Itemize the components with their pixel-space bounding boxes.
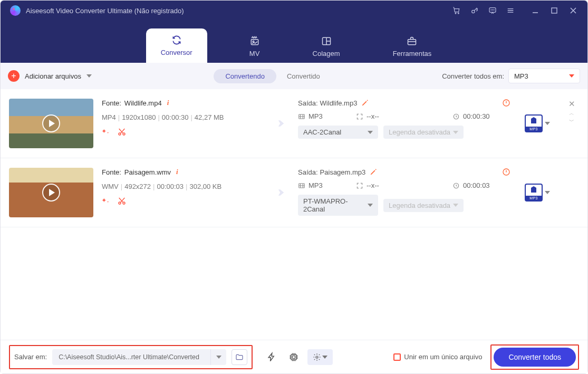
status-tab-converted[interactable]: Convertido (287, 72, 320, 80)
arrow-right-icon (272, 185, 286, 200)
tab-ferramentas-label: Ferramentas (393, 50, 432, 57)
source-meta: WMV|492x272|00:00:03|302,00 KB (102, 183, 260, 190)
cut-icon[interactable] (118, 128, 126, 136)
edit-icon[interactable] (370, 168, 377, 176)
info-icon[interactable]: i (174, 168, 178, 176)
mv-icon (249, 36, 260, 46)
file-list: Fonte: Wildlife.mp4 i MP4|1920x1080|00:0… (1, 89, 587, 340)
meta-size: 302,00 KB (189, 183, 221, 190)
collage-icon (321, 36, 332, 46)
arrow-column (268, 99, 290, 148)
cart-icon[interactable] (452, 6, 461, 15)
output-format-icon[interactable] (525, 114, 543, 132)
tab-conversor-label: Conversor (161, 49, 192, 56)
chevron-down-icon (216, 356, 221, 359)
tab-mv-label: MV (249, 50, 260, 57)
audio-track-value: AAC-2Canal (303, 128, 341, 136)
maximize-button[interactable] (551, 7, 558, 14)
file-item: Fonte: Paisagem.wmv i WMV|492x272|00:00:… (1, 158, 587, 227)
output-column: Saída:Wildlife.mp3 MP3 --x-- (298, 99, 510, 148)
move-up-button[interactable]: ︿ (569, 111, 574, 116)
film-icon (298, 113, 305, 120)
chevron-down-icon[interactable] (545, 191, 550, 194)
svg-point-1 (458, 13, 459, 14)
meta-duration: 00:00:03 (157, 183, 184, 190)
audio-track-select[interactable]: PT-WMAPRO-2Canal (298, 195, 378, 216)
bottom-tool-icons (263, 349, 333, 365)
effects-icon[interactable] (102, 128, 110, 136)
arrow-column (268, 168, 290, 217)
tab-ferramentas[interactable]: Ferramentas (382, 31, 442, 63)
out-format: MP3 (309, 112, 323, 120)
chevron-down-icon[interactable] (545, 122, 550, 125)
source-filename: Paisagem.wmv (124, 168, 171, 176)
convert-all-format-select[interactable]: MP3 (508, 69, 580, 83)
checkbox-icon (393, 353, 401, 361)
save-path-box: C:\Aiseesoft Studio\Ais...rter Ultimate\… (52, 349, 226, 365)
edit-icon[interactable] (361, 99, 369, 107)
video-thumbnail[interactable] (9, 168, 93, 217)
subtitle-select[interactable]: Legenda desativada (383, 126, 464, 139)
close-button[interactable] (570, 7, 577, 14)
effects-icon[interactable] (102, 197, 110, 205)
svg-rect-7 (552, 8, 557, 13)
feedback-icon[interactable] (488, 6, 497, 15)
add-files-label: Adicionar arquivos (25, 72, 81, 80)
convert-all-button[interactable]: Converter todos (494, 348, 576, 367)
window-controls (523, 7, 587, 14)
out-resolution: --x-- (367, 181, 379, 189)
warning-icon[interactable] (502, 168, 510, 176)
save-to-group: Salvar em: C:\Aiseesoft Studio\Ais...rte… (9, 345, 253, 369)
status-tab-converting[interactable]: Convertendo (214, 69, 276, 83)
key-icon[interactable] (470, 6, 479, 15)
tab-colagem[interactable]: Colagem (302, 31, 351, 63)
svg-point-12 (119, 133, 121, 135)
clock-icon (452, 182, 460, 189)
clock-icon (452, 113, 460, 120)
plus-icon: + (8, 70, 20, 82)
chevron-down-icon (368, 204, 373, 207)
warning-icon[interactable] (502, 99, 510, 107)
item-side-controls: ✕ ︿ ﹀ (564, 99, 579, 148)
folder-icon (235, 353, 244, 361)
remove-item-button[interactable]: ✕ (568, 100, 575, 108)
svg-rect-22 (291, 354, 296, 360)
svg-point-6 (494, 9, 494, 10)
save-path-dropdown[interactable] (210, 349, 226, 365)
output-format-icon[interactable] (525, 184, 543, 202)
subtitle-value: Legenda desativada (389, 202, 450, 209)
cut-icon[interactable] (118, 197, 126, 205)
tab-mv[interactable]: MV (239, 31, 271, 63)
video-thumbnail[interactable] (9, 99, 93, 148)
item-side-controls (564, 168, 579, 217)
aspect-icon (356, 113, 363, 120)
gear-icon (313, 353, 321, 361)
save-path-value[interactable]: C:\Aiseesoft Studio\Ais...rter Ultimate\… (52, 353, 210, 361)
audio-track-select[interactable]: AAC-2Canal (298, 126, 378, 139)
merge-checkbox[interactable]: Unir em um único arquivo (393, 353, 482, 361)
move-down-button[interactable]: ﹀ (569, 119, 574, 123)
hw-accel-button[interactable] (263, 349, 280, 365)
chevron-down-icon (322, 356, 327, 359)
out-duration: 00:00:30 (463, 112, 490, 120)
settings-dropdown[interactable] (307, 349, 333, 365)
info-icon[interactable]: i (165, 99, 169, 107)
source-column: Fonte: Wildlife.mp4 i MP4|1920x1080|00:0… (102, 99, 260, 148)
merge-label: Unir em um único arquivo (404, 353, 482, 361)
convert-all-highlight: Converter todos (490, 344, 579, 370)
tab-conversor[interactable]: Conversor (146, 28, 207, 63)
chevron-down-icon (453, 204, 458, 207)
chevron-down-icon (453, 131, 458, 134)
subtitle-select[interactable]: Legenda desativada (383, 199, 464, 212)
arrow-right-icon (272, 116, 286, 131)
gpu-button[interactable] (285, 349, 302, 365)
app-title: Aiseesoft Video Converter Ultimate (Não … (26, 7, 184, 15)
file-item: Fonte: Wildlife.mp4 i MP4|1920x1080|00:0… (1, 89, 587, 158)
minimize-button[interactable] (532, 7, 539, 14)
browse-folder-button[interactable] (232, 349, 247, 365)
audio-track-value: PT-WMAPRO-2Canal (303, 197, 368, 213)
add-files-button[interactable]: + Adicionar arquivos (8, 70, 92, 82)
source-column: Fonte: Paisagem.wmv i WMV|492x272|00:00:… (102, 168, 260, 217)
svg-point-2 (472, 10, 475, 13)
menu-icon[interactable] (506, 6, 515, 15)
